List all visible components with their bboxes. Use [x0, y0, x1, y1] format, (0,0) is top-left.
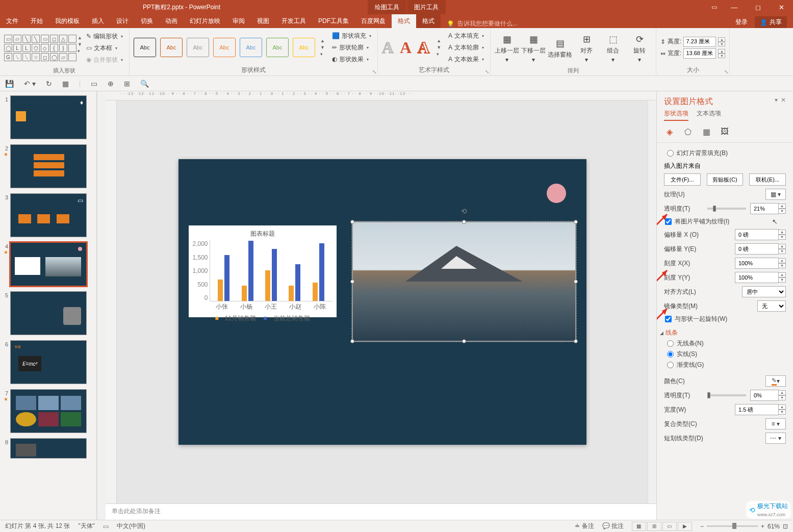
tell-me-search[interactable]: 💡告诉我您想要做什么... [441, 19, 735, 28]
slide-thumb-8[interactable] [10, 438, 87, 459]
slide-thumb-5[interactable] [10, 291, 87, 335]
scale-y-input[interactable] [735, 272, 779, 283]
slide-counter[interactable]: 幻灯片 第 4 张, 共 12 张 [5, 522, 70, 530]
minimize-button[interactable]: — [723, 0, 746, 14]
normal-view-button[interactable]: ▦ [632, 522, 646, 531]
resize-handle[interactable] [350, 339, 354, 343]
texture-picker[interactable]: ▦ ▾ [765, 189, 786, 200]
gallery-up-icon[interactable]: ▲ [78, 35, 82, 41]
bring-forward-button[interactable]: ▦上移一层▾ [495, 33, 519, 63]
text-fill-button[interactable]: A文本填充▾ [446, 31, 486, 41]
align-button[interactable]: ⊞对齐▾ [574, 33, 599, 63]
transparency-input[interactable] [750, 203, 779, 214]
tab-insert[interactable]: 插入 [86, 14, 110, 28]
pane-close-icon[interactable]: ✕ [781, 96, 786, 104]
send-backward-button[interactable]: ▦下移一层▾ [521, 33, 546, 63]
zoom-out-button[interactable]: − [700, 523, 704, 530]
slide-canvas[interactable]: 图表标题 2,0001,5001,0005000 [117, 100, 648, 503]
file-button[interactable]: 文件(F)... [664, 173, 701, 186]
tab-format-drawing[interactable]: 格式 [392, 14, 416, 28]
group-button[interactable]: ⬚组合▾ [601, 33, 625, 63]
login-link[interactable]: 登录 [735, 18, 748, 27]
notes-pane[interactable]: 单击此处添加备注 [106, 503, 656, 520]
tab-transitions[interactable]: 切换 [135, 14, 159, 28]
dash-type-picker[interactable]: ⋯ ▾ [765, 433, 786, 444]
resize-handle[interactable] [350, 220, 354, 224]
picture-tab-icon[interactable]: 🖼 [719, 126, 730, 137]
resize-handle[interactable] [574, 280, 578, 284]
zoom-slider[interactable] [707, 525, 758, 527]
fill-line-icon[interactable]: ◈ [664, 126, 675, 137]
selected-picture[interactable]: ⟲ [352, 221, 576, 342]
tab-developer[interactable]: 开发工具 [275, 14, 312, 28]
zoom-in-button[interactable]: + [761, 523, 764, 530]
scale-x-input[interactable] [735, 258, 779, 269]
editor-scrollbar[interactable] [648, 100, 656, 503]
tab-slideshow[interactable]: 幻灯片放映 [184, 14, 226, 28]
spellcheck-icon[interactable]: ▭ [103, 523, 109, 530]
tab-animations[interactable]: 动画 [159, 14, 184, 28]
slide-thumb-6[interactable]: 标题E=mc² [10, 340, 87, 384]
line-transparency-slider[interactable] [707, 394, 747, 396]
merge-shapes-button[interactable]: ◉合并形状▾ [84, 55, 125, 65]
notes-toggle[interactable]: ≐ 备注 [575, 522, 594, 530]
resize-handle[interactable] [350, 280, 354, 284]
slide-thumb-4[interactable] [10, 242, 87, 286]
tab-review[interactable]: 审阅 [226, 14, 251, 28]
textbox-button[interactable]: ▭文本框▾ [84, 43, 125, 54]
resize-handle[interactable] [462, 220, 466, 224]
tab-design[interactable]: 设计 [110, 14, 135, 28]
line-color-picker[interactable]: ✎ ▾ [765, 375, 786, 387]
save-button[interactable]: 💾 [5, 80, 14, 88]
reading-view-button[interactable]: ▭ [662, 522, 677, 531]
comments-toggle[interactable]: 💬 批注 [602, 522, 624, 530]
slide-thumb-1[interactable]: ♦ [10, 95, 87, 139]
thumbnails-scrollbar[interactable] [97, 91, 106, 520]
slideshow-view-button[interactable]: ▶ [678, 522, 692, 531]
size-props-icon[interactable]: ▦ [701, 126, 712, 137]
undo-button[interactable]: ↶ ▾ [24, 80, 36, 88]
selection-pane-button[interactable]: ▤选择窗格 [548, 37, 572, 59]
slide-bg-fill-radio[interactable] [667, 150, 674, 157]
slide-thumb-7[interactable] [10, 389, 87, 433]
tab-baidu[interactable]: 百度网盘 [355, 14, 392, 28]
pane-options-icon[interactable]: ▾ [775, 96, 778, 104]
effects-tab-icon[interactable]: ⬠ [682, 126, 694, 137]
online-button[interactable]: 联机(E)... [749, 173, 786, 186]
wordart-gallery[interactable]: A A A ▲▼▾ [382, 38, 441, 57]
edit-shape-button[interactable]: ✎编辑形状▾ [84, 31, 125, 42]
slide-thumb-3[interactable]: ▭ [10, 193, 87, 237]
transparency-slider[interactable] [707, 208, 747, 210]
share-button[interactable]: 👤共享 [755, 16, 787, 28]
tile-checkbox[interactable] [665, 218, 672, 225]
compound-type-picker[interactable]: ≡ ▾ [765, 418, 786, 429]
tab-pdftools[interactable]: PDF工具集 [312, 14, 355, 28]
redo-button[interactable]: ↻ [46, 80, 52, 88]
rotate-with-shape-checkbox[interactable] [665, 316, 672, 322]
tab-mytemplates[interactable]: 我的模板 [49, 14, 86, 28]
qat-btn[interactable]: ⊕ [108, 80, 114, 88]
ribbon-display-options[interactable]: ▭ [705, 0, 723, 14]
alignment-select[interactable]: 居中 [742, 286, 786, 297]
qat-btn[interactable]: ▦ [62, 80, 69, 88]
shape-options-tab[interactable]: 形状选项 [664, 109, 688, 121]
mirror-select[interactable]: 无 [757, 300, 786, 312]
tab-format-picture[interactable]: 格式 [416, 14, 441, 28]
dialog-launcher-icon[interactable]: ⤡ [724, 69, 728, 74]
dialog-launcher-icon[interactable]: ⤡ [485, 69, 489, 74]
height-input[interactable] [683, 37, 716, 47]
zoom-level[interactable]: 61% [768, 523, 780, 530]
line-section-header[interactable]: ◢线条 [660, 328, 786, 337]
tab-home[interactable]: 开始 [24, 14, 49, 28]
resize-handle[interactable] [574, 339, 578, 343]
gradient-line-radio[interactable] [667, 362, 674, 368]
qat-btn[interactable]: 🔍 [140, 80, 149, 88]
gallery-more-icon[interactable]: ▾ [78, 48, 82, 54]
gallery-down-icon[interactable]: ▼ [78, 41, 82, 47]
shape-effects-button[interactable]: ◐形状效果▾ [330, 54, 373, 65]
resize-handle[interactable] [462, 339, 466, 343]
dialog-launcher-icon[interactable]: ⤡ [372, 69, 376, 74]
tab-file[interactable]: 文件 [0, 14, 24, 28]
width-input[interactable] [683, 48, 716, 59]
rotate-button[interactable]: ⟳旋转▾ [627, 33, 652, 63]
